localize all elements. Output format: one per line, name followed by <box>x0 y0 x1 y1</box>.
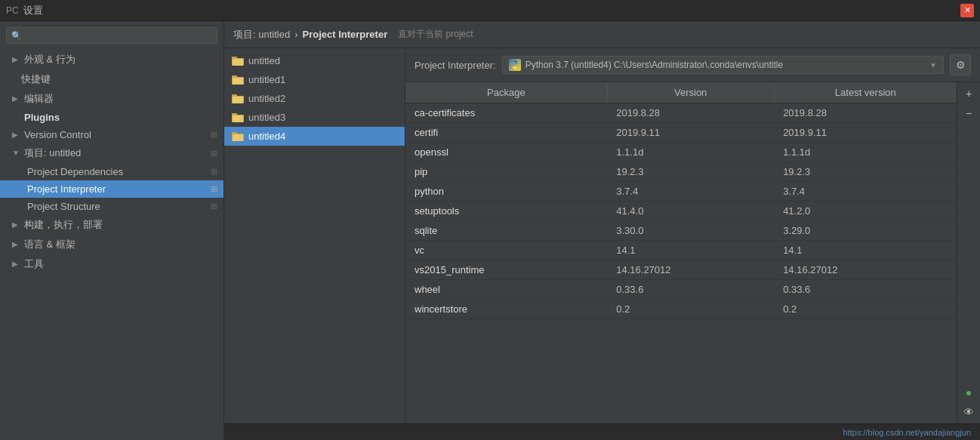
status-indicator: ● <box>960 384 977 401</box>
package-version: 2019.8.28 <box>607 103 774 123</box>
table-row[interactable]: vc 14.1 14.1 <box>405 241 957 260</box>
table-row[interactable]: wincertstore 0.2 0.2 <box>405 300 957 319</box>
package-name: vs2015_runtime <box>405 260 607 280</box>
sidebar-item-shortcuts[interactable]: 快捷键 <box>0 69 223 89</box>
breadcrumb-separator: › <box>294 29 297 40</box>
sidebar-item-appearance[interactable]: ▶ 外观 & 行为 <box>0 50 223 69</box>
package-latest: 19.2.3 <box>774 162 957 182</box>
package-name: setuptools <box>405 202 607 221</box>
col-latest: Latest version <box>774 82 957 103</box>
col-package: Package <box>405 82 607 103</box>
project-item-untitled3[interactable]: untitled3 <box>224 108 405 127</box>
sidebar-item-editor[interactable]: ▶ 编辑器 <box>0 89 223 109</box>
content-area: 项目: untitled › Project Interpreter 直对于当前… <box>224 21 980 440</box>
arrow-icon: ▶ <box>12 94 21 103</box>
sidebar-item-project-dependencies[interactable]: Project Dependencies ⊞ <box>0 163 223 180</box>
search-box[interactable]: 🔍 <box>6 27 217 44</box>
package-version: 0.2 <box>607 300 774 319</box>
table-row[interactable]: ca-certificates 2019.8.28 2019.8.28 <box>405 103 957 123</box>
package-version: 1.1.1d <box>607 143 774 162</box>
remove-package-button[interactable]: − <box>960 105 977 122</box>
table-row[interactable]: vs2015_runtime 14.16.27012 14.16.27012 <box>405 260 957 280</box>
folder-icon <box>232 56 244 66</box>
table-section: Package Version Latest version ca-certif… <box>405 82 980 423</box>
package-latest: 2019.8.28 <box>774 103 957 123</box>
sidebar-item-project[interactable]: ▼ 项目: untitled ⊞ <box>0 143 223 163</box>
sidebar: 🔍 ▶ 外观 & 行为 快捷键 ▶ 编辑器 ▶ Plugins <box>0 21 224 440</box>
project-item-untitled[interactable]: untitled <box>224 51 405 70</box>
svg-point-15 <box>513 62 514 63</box>
interpreter-label: Project Interpreter: <box>414 60 496 71</box>
eye-icon[interactable]: 👁 <box>960 404 977 420</box>
package-latest: 1.1.1d <box>774 143 957 162</box>
breadcrumb: 项目: untitled › Project Interpreter 直对于当前… <box>224 21 980 48</box>
gear-button[interactable]: ⚙ <box>950 54 971 75</box>
close-button[interactable]: ✕ <box>960 4 974 17</box>
sidebar-item-label: Plugins <box>24 112 60 123</box>
sidebar-item-label: 编辑器 <box>24 92 54 106</box>
sidebar-item-label: 外观 & 行为 <box>24 53 76 66</box>
content-body: untitled untitled1 u <box>224 48 980 423</box>
package-name: vc <box>405 241 607 260</box>
table-row[interactable]: pip 19.2.3 19.2.3 <box>405 162 957 182</box>
package-version: 14.16.27012 <box>607 260 774 280</box>
sidebar-item-label: 构建，执行，部署 <box>24 218 103 232</box>
main-layout: 🔍 ▶ 外观 & 行为 快捷键 ▶ 编辑器 ▶ Plugins <box>0 21 980 440</box>
package-version: 3.30.0 <box>607 221 774 241</box>
search-input[interactable] <box>25 30 212 41</box>
package-name: sqlite <box>405 221 607 241</box>
table-row[interactable]: certifi 2019.9.11 2019.9.11 <box>405 123 957 143</box>
arrow-icon: ▶ <box>12 55 21 64</box>
sidebar-item-version-control[interactable]: ▶ Version Control ⊞ <box>0 126 223 143</box>
title-bar-controls: ✕ <box>960 4 974 17</box>
table-row[interactable]: sqlite 3.30.0 3.29.0 <box>405 221 957 241</box>
package-name: python <box>405 182 607 202</box>
table-row[interactable]: python 3.7.4 3.7.4 <box>405 182 957 202</box>
package-latest: 14.16.27012 <box>774 260 957 280</box>
sidebar-item-project-structure[interactable]: Project Structure ⊞ <box>0 198 223 215</box>
project-item-untitled2[interactable]: untitled2 <box>224 89 405 108</box>
project-name: untitled2 <box>248 93 285 104</box>
sidebar-item-label: 项目: untitled <box>24 146 81 160</box>
project-item-untitled1[interactable]: untitled1 <box>224 70 405 89</box>
package-table: Package Version Latest version ca-certif… <box>405 82 957 319</box>
title-bar: PC 设置 ✕ <box>0 0 980 21</box>
copy-icon: ⊞ <box>211 149 217 158</box>
sidebar-item-tools[interactable]: ▶ 工具 <box>0 254 223 274</box>
package-latest: 0.33.6 <box>774 280 957 300</box>
sidebar-item-label: Version Control <box>24 129 91 140</box>
package-version: 41.4.0 <box>607 202 774 221</box>
interpreter-bar: Project Interpreter: Python 3.7 (untit <box>405 48 980 82</box>
svg-rect-14 <box>233 134 243 141</box>
table-row[interactable]: openssl 1.1.1d 1.1.1d <box>405 143 957 162</box>
project-name: untitled3 <box>248 112 285 123</box>
add-package-button[interactable]: + <box>960 85 977 102</box>
sidebar-item-label: Project Structure <box>27 201 100 212</box>
copy-icon: ⊞ <box>211 167 217 177</box>
package-latest: 14.1 <box>774 241 957 260</box>
arrow-icon: ▼ <box>12 149 21 158</box>
package-name: openssl <box>405 143 607 162</box>
package-version: 14.1 <box>607 241 774 260</box>
app-icon: PC <box>6 5 19 16</box>
arrow-icon: ▶ <box>12 131 21 140</box>
sidebar-item-languages[interactable]: ▶ 语言 & 框架 <box>0 235 223 254</box>
package-latest: 0.2 <box>774 300 957 319</box>
table-row[interactable]: wheel 0.33.6 0.33.6 <box>405 280 957 300</box>
sidebar-item-build[interactable]: ▶ 构建，执行，部署 <box>0 215 223 235</box>
svg-rect-2 <box>233 59 243 66</box>
copy-icon: ⊞ <box>211 184 217 194</box>
dropdown-arrow-icon: ▼ <box>929 61 937 69</box>
arrow-icon: ▶ <box>12 260 21 269</box>
sidebar-nav: ▶ 外观 & 行为 快捷键 ▶ 编辑器 ▶ Plugins ▶ Version … <box>0 50 223 440</box>
table-row[interactable]: setuptools 41.4.0 41.2.0 <box>405 202 957 221</box>
sidebar-item-plugins[interactable]: ▶ Plugins <box>0 109 223 126</box>
python-icon <box>509 59 521 71</box>
sidebar-item-project-interpreter[interactable]: Project Interpreter ⊞ <box>0 180 223 198</box>
package-latest: 41.2.0 <box>774 202 957 221</box>
col-version: Version <box>607 82 774 103</box>
interpreter-selector[interactable]: Python 3.7 (untitled4) C:\Users\Administ… <box>502 56 944 74</box>
package-table-wrapper: Package Version Latest version ca-certif… <box>405 82 957 423</box>
package-version: 2019.9.11 <box>607 123 774 143</box>
project-item-untitled4[interactable]: untitled4 <box>224 127 405 146</box>
